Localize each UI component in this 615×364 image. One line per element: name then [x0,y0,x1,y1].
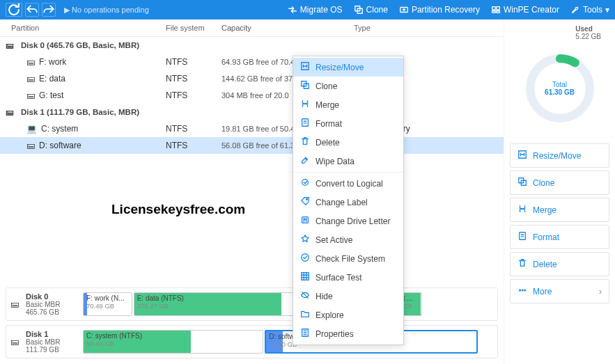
partition-segment[interactable]: C: system (NTFS)50.49 GB [83,330,263,354]
undo-button[interactable] [25,3,39,17]
svg-rect-6 [497,11,499,13]
menu-label[interactable]: Change Label [293,193,403,212]
svg-rect-17 [302,119,309,127]
disk-icon: 🖴 [10,299,19,309]
menu-hide[interactable]: Hide [293,287,403,306]
menu-clone[interactable]: Clone [293,77,403,95]
clone-button[interactable]: Clone [354,5,388,15]
drive-icon: 🖴 [26,74,35,84]
svg-point-13 [522,290,523,291]
svg-rect-5 [492,11,495,13]
action-more[interactable]: More› [510,279,609,303]
refresh-button[interactable] [6,3,22,17]
format-icon [300,118,310,129]
label-icon [300,196,310,208]
surface-icon [300,271,310,283]
partition-recovery-button[interactable]: Partition Recovery [399,5,480,15]
menu-surface[interactable]: Surface Test [293,268,403,287]
disk-row[interactable]: 🖴Disk 1 (111.79 GB, Basic, MBR) [0,104,504,120]
check-icon [300,253,310,264]
more-icon [517,285,527,297]
menu-merge[interactable]: Merge [293,95,403,114]
column-capacity: Capacity [221,24,354,32]
format-icon [517,231,527,243]
partition-segment[interactable]: F: work (N...70.49 GB [83,292,132,316]
menu-explore[interactable]: Explore [293,306,403,324]
partition-row[interactable]: 🖴E: dataNTFS144.62 GB free of 375. [0,70,504,87]
menu-format[interactable]: Format [293,114,403,133]
menu-resize[interactable]: Resize/Move [293,58,403,77]
menu-letter[interactable]: Change Drive Letter [293,212,403,230]
quick-actions: Resize/MoveCloneMergeFormatDeleteMore› [510,143,609,303]
column-partition: Partition [6,24,166,32]
operations-pending-label: ▶ No operations pending [59,6,155,15]
action-resize[interactable]: Resize/Move [510,143,609,168]
action-clone[interactable]: Clone [510,171,609,195]
disk-panel: 🖴Disk 1Basic MBR111.79 GBC: system (NTFS… [6,325,498,358]
drive-icon: 💻 [26,124,37,134]
partition-grid: 🖴Disk 0 (465.76 GB, Basic, MBR)🖴F: workN… [0,37,504,154]
menu-props[interactable]: Properties [293,324,403,343]
wipe-icon [300,155,310,167]
partition-row[interactable]: 🖴F: workNTFS64.93 GB free of 70.4 [0,54,504,70]
menu-star[interactable]: Set Active [293,230,403,249]
menu-wipe[interactable]: Wipe Data [293,152,403,171]
usage-used-label: Used5.22 GB [575,25,601,40]
menu-convert[interactable]: Convert to Logical [293,174,403,193]
svg-rect-11 [520,232,526,240]
delete-icon [517,258,527,270]
action-format[interactable]: Format [510,225,609,249]
menu-check[interactable]: Check File System [293,249,403,268]
clone-icon [517,177,527,189]
merge-icon [300,99,310,111]
context-menu: Resize/MoveCloneMergeFormatDeleteWipe Da… [293,56,404,345]
winpe-creator-button[interactable]: WinPE Creator [491,5,559,15]
column-filesystem: File system [166,24,221,32]
resize-icon [517,150,527,161]
resize-icon [300,61,310,73]
svg-rect-4 [497,7,499,10]
svg-rect-22 [302,273,309,280]
partition-row[interactable]: 🖴G: testNTFS304 MB free of 20.0 [0,87,504,104]
disk-row[interactable]: 🖴Disk 0 (465.76 GB, Basic, MBR) [0,37,504,54]
svg-point-18 [302,180,309,186]
drive-icon: 🖴 [26,141,35,150]
disk-map-panels: 🖴Disk 0Basic MBR465.76 GBF: work (N...70… [0,282,504,364]
clone-icon [300,80,310,92]
partition-row[interactable]: 💻C: systemNTFS19.81 GB free of 50.4Activ… [0,120,504,137]
migrate-os-button[interactable]: Migrate OS [288,5,343,15]
menu-delete[interactable]: Delete [293,133,403,152]
tools-button[interactable]: Tools ▾ [570,5,609,15]
column-type: Type [354,24,498,32]
action-merge[interactable]: Merge [510,198,609,222]
watermark-text: Licensekeysfree.com [111,202,245,217]
drive-icon: 🖴 [26,57,35,67]
explore-icon [300,309,310,321]
grid-header: Partition File system Capacity Type [0,19,504,37]
redo-button[interactable] [42,3,56,17]
hide-icon [300,290,310,302]
delete-icon [300,136,310,148]
merge-icon [517,204,527,216]
drive-icon: 🖴 [26,90,35,100]
svg-point-14 [524,290,526,291]
action-delete[interactable]: Delete [510,252,609,276]
letter-icon [300,215,310,227]
partition-row[interactable]: 🖴D: softwareNTFS56.08 GB free of 61.3 [0,137,504,154]
props-icon [300,328,310,340]
convert-icon [300,177,310,189]
disk-panel: 🖴Disk 0Basic MBR465.76 GBF: work (N...70… [6,287,498,321]
star-icon [300,234,310,246]
toolbar: ▶ No operations pending Migrate OS Clone… [0,0,615,19]
svg-point-19 [306,199,308,200]
svg-point-12 [520,290,521,291]
disk-icon: 🖴 [10,337,19,347]
menu-separator [293,172,403,173]
svg-rect-3 [492,7,495,10]
usage-donut: Total61.30 GB [522,50,598,127]
